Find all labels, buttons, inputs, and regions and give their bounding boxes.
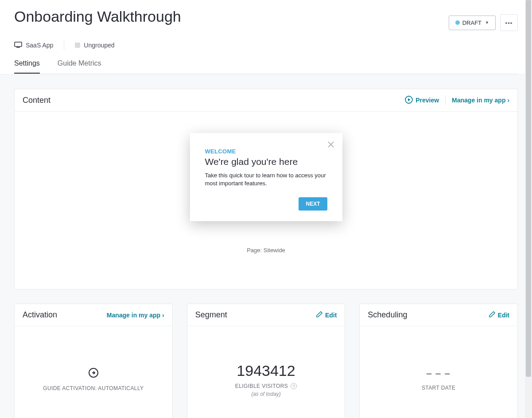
content-panel-title: Content	[23, 96, 50, 105]
content-panel: Content Preview Manage in my app ›	[14, 89, 518, 289]
meta-divider	[64, 41, 64, 50]
action-divider	[445, 95, 446, 105]
segment-title: Segment	[195, 310, 227, 320]
segment-caption: ELIGIBLE VISITORS	[235, 383, 288, 389]
group-meta: Ungrouped	[75, 42, 114, 49]
activation-manage-link[interactable]: Manage in my app ›	[107, 312, 164, 319]
status-dot-icon	[455, 20, 460, 25]
app-meta: SaaS App	[14, 42, 53, 49]
activation-title: Activation	[23, 310, 57, 320]
next-button[interactable]: NEXT	[299, 197, 327, 211]
scheduling-panel: Scheduling Edit – – – START DATE	[359, 304, 518, 418]
status-dropdown[interactable]: DRAFT ▼	[449, 16, 496, 30]
activation-panel: Activation Manage in my app › GUIDE ACTI…	[14, 304, 173, 418]
activation-caption: GUIDE ACTIVATION: AUTOMATICALLY	[43, 385, 144, 391]
scheduling-edit-link[interactable]: Edit	[489, 311, 509, 319]
scheduling-title: Scheduling	[368, 310, 407, 320]
close-icon[interactable]	[326, 140, 335, 149]
svg-rect-0	[15, 42, 22, 47]
caret-down-icon: ▼	[485, 20, 489, 25]
segment-note: (as of today)	[251, 391, 281, 397]
welcome-card: WELCOME We're glad you're here Take this…	[190, 133, 342, 221]
scroll-thumb[interactable]	[526, 0, 531, 377]
preview-label: Preview	[416, 97, 439, 104]
segment-value: 1943412	[237, 362, 295, 379]
status-label: DRAFT	[462, 20, 482, 26]
pencil-icon	[316, 311, 322, 319]
scheduling-value: – – –	[427, 368, 450, 379]
group-name: Ungrouped	[84, 42, 114, 49]
page-title: Onboarding Walkthrough	[14, 8, 181, 25]
monitor-icon	[14, 42, 22, 49]
scheduling-edit-label: Edit	[498, 312, 509, 319]
welcome-title: We're glad you're here	[205, 156, 327, 167]
help-icon[interactable]: ?	[291, 383, 297, 389]
manage-in-app-link[interactable]: Manage in my app ›	[452, 97, 509, 104]
arrow-circle-icon	[88, 367, 99, 378]
ellipsis-icon: •••	[505, 20, 513, 26]
group-icon	[75, 43, 80, 48]
scrollbar[interactable]	[525, 0, 532, 418]
play-circle-icon	[405, 96, 413, 105]
tab-guide-metrics[interactable]: Guide Metrics	[58, 59, 101, 74]
scheduling-caption: START DATE	[422, 385, 455, 391]
preview-button[interactable]: Preview	[405, 96, 439, 105]
pencil-icon	[489, 311, 495, 319]
segment-edit-label: Edit	[325, 312, 337, 319]
tab-settings[interactable]: Settings	[14, 59, 40, 74]
app-name: SaaS App	[26, 42, 53, 49]
welcome-eyebrow: WELCOME	[205, 148, 327, 155]
more-actions-button[interactable]: •••	[500, 14, 518, 31]
page-caption: Page: Sitewide	[247, 247, 285, 254]
welcome-body: Take this quick tour to learn how to acc…	[205, 172, 327, 188]
segment-panel: Segment Edit 1943412 ELIGIBLE VISITORS ?	[187, 304, 346, 418]
segment-edit-link[interactable]: Edit	[316, 311, 337, 319]
